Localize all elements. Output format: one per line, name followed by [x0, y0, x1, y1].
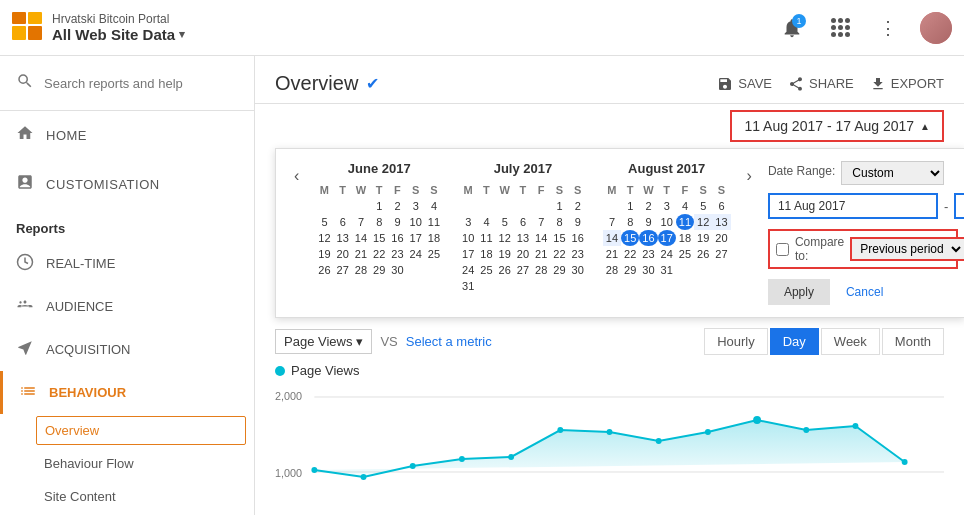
svg-rect-2 [12, 12, 26, 24]
sidebar-item-behaviour-flow[interactable]: Behaviour Flow [0, 447, 254, 480]
chart-area: Page Views ▾ VS Select a metric Hourly D… [255, 318, 964, 512]
grid-icon [831, 18, 850, 37]
svg-point-20 [803, 427, 809, 433]
header-actions: SAVE SHARE EXPORT [717, 76, 944, 92]
apply-button[interactable]: Apply [768, 279, 830, 305]
date-range-type-select[interactable]: Custom Last 7 days Last 30 days [841, 161, 944, 185]
july-title: July 2017 [459, 161, 587, 176]
june-title: June 2017 [315, 161, 443, 176]
sidebar-item-home-label: HOME [46, 128, 87, 143]
date-range-caret: ▲ [920, 121, 930, 132]
export-button[interactable]: EXPORT [870, 76, 944, 92]
search-icon [16, 72, 34, 94]
notification-button[interactable]: 1 [776, 12, 808, 44]
date-range-button[interactable]: 11 Aug 2017 - 17 Aug 2017 ▲ [730, 110, 944, 142]
site-name: Hrvatski Bitcoin Portal [52, 12, 185, 26]
date-start-input[interactable] [768, 193, 938, 219]
date-range-label: Date Range: [768, 164, 835, 178]
sidebar-item-behaviour[interactable]: BEHAVIOUR [0, 371, 254, 414]
next-month-button[interactable]: › [741, 165, 758, 187]
august-grid: MTWTFSS 123456 78910111213 1415161718192… [603, 182, 731, 278]
avatar[interactable] [920, 12, 952, 44]
content-header: Overview ✔ SAVE SHARE EXPORT [255, 56, 964, 104]
acquisition-icon [16, 339, 34, 360]
svg-rect-3 [28, 12, 42, 24]
sidebar-item-acquisition[interactable]: ACQUISITION [0, 328, 254, 371]
calendar-august: August 2017 MTWTFSS 123456 78910111213 1… [603, 161, 731, 294]
sidebar-item-realtime[interactable]: REAL-TIME [0, 242, 254, 285]
apps-button[interactable] [824, 12, 856, 44]
sidebar-item-customisation[interactable]: CUSTOMISATION [0, 160, 254, 209]
date-range-bar: 11 Aug 2017 - 17 Aug 2017 ▲ [255, 104, 964, 148]
svg-point-22 [902, 459, 908, 465]
prev-month-button[interactable]: ‹ [288, 165, 305, 187]
svg-point-11 [361, 474, 367, 480]
svg-point-18 [705, 429, 711, 435]
day-button[interactable]: Day [770, 328, 819, 355]
property-dropdown-arrow[interactable]: ▾ [179, 28, 185, 41]
sidebar-item-behaviour-label: BEHAVIOUR [49, 385, 126, 400]
sidebar-item-site-content[interactable]: Site Content [0, 480, 254, 513]
sidebar-item-customisation-label: CUSTOMISATION [46, 177, 160, 192]
date-separator: - [944, 199, 948, 214]
sidebar-item-home[interactable]: HOME [0, 111, 254, 160]
export-label: EXPORT [891, 76, 944, 91]
select-metric-button[interactable]: Select a metric [406, 334, 492, 349]
export-icon [870, 76, 886, 92]
share-button[interactable]: SHARE [788, 76, 854, 92]
sidebar-item-behaviour-flow-label: Behaviour Flow [44, 456, 134, 471]
app-root: Hrvatski Bitcoin Portal All Web Site Dat… [0, 0, 964, 515]
property-name[interactable]: All Web Site Data ▾ [52, 26, 185, 43]
svg-rect-0 [12, 26, 26, 40]
logo-area: Hrvatski Bitcoin Portal All Web Site Dat… [12, 12, 776, 44]
compare-checkbox[interactable] [776, 243, 789, 256]
month-button[interactable]: Month [882, 328, 944, 355]
svg-point-16 [607, 429, 613, 435]
cancel-button[interactable]: Cancel [838, 279, 891, 305]
date-range-selector: Date Range: Custom Last 7 days Last 30 d… [768, 161, 958, 185]
chart-svg: 2,000 1,000 [275, 382, 944, 512]
metric-selector: Page Views ▾ VS Select a metric [275, 329, 492, 354]
svg-point-19 [753, 416, 761, 424]
june-grid: MTWTFSS 1234 567891011 12131415161718 19… [315, 182, 443, 278]
save-button[interactable]: SAVE [717, 76, 772, 92]
metric-dropdown[interactable]: Page Views ▾ [275, 329, 372, 354]
chart-controls: Page Views ▾ VS Select a metric Hourly D… [275, 328, 944, 355]
search-input[interactable] [44, 76, 238, 91]
calendar-months: June 2017 MTWTFSS 1234 567891011 1213141… [315, 161, 730, 294]
legend-label: Page Views [291, 363, 359, 378]
chart-legend: Page Views [275, 363, 944, 378]
calendar-july: July 2017 MTWTFSS 12 3456789 10111213141… [459, 161, 587, 294]
sidebar-item-audience[interactable]: AUDIENCE [0, 285, 254, 328]
compare-period-select[interactable]: Previous period Previous year [850, 237, 964, 261]
hourly-button[interactable]: Hourly [704, 328, 768, 355]
svg-point-17 [656, 438, 662, 444]
more-options-button[interactable]: ⋮ [872, 12, 904, 44]
calendar-overlay: ‹ June 2017 MTWTFSS 1234 [275, 148, 964, 318]
vs-label: VS [380, 334, 397, 349]
save-icon [717, 76, 733, 92]
legend-dot [275, 366, 285, 376]
svg-text:2,000: 2,000 [275, 390, 302, 402]
main-layout: HOME CUSTOMISATION Reports REAL-TIME AU [0, 56, 964, 515]
audience-icon [16, 296, 34, 317]
notification-badge: 1 [792, 14, 806, 28]
week-button[interactable]: Week [821, 328, 880, 355]
compare-label: Compare to: [795, 235, 844, 263]
page-title: Overview [275, 72, 358, 95]
sidebar-item-overview[interactable]: Overview [36, 416, 246, 445]
calendar-june: June 2017 MTWTFSS 1234 567891011 1213141… [315, 161, 443, 294]
logo-icon [12, 12, 44, 44]
top-bar: Hrvatski Bitcoin Portal All Web Site Dat… [0, 0, 964, 56]
sidebar-item-audience-label: AUDIENCE [46, 299, 113, 314]
date-end-input[interactable] [954, 193, 964, 219]
svg-point-21 [853, 423, 859, 429]
calendar-buttons: Apply Cancel [768, 279, 958, 305]
sidebar-item-acquisition-label: ACQUISITION [46, 342, 131, 357]
svg-point-13 [459, 456, 465, 462]
behaviour-icon [19, 382, 37, 403]
metric-label: Page Views [284, 334, 352, 349]
calendar-top: ‹ June 2017 MTWTFSS 1234 [288, 161, 952, 305]
metric-dropdown-arrow: ▾ [356, 334, 363, 349]
svg-point-10 [311, 467, 317, 473]
